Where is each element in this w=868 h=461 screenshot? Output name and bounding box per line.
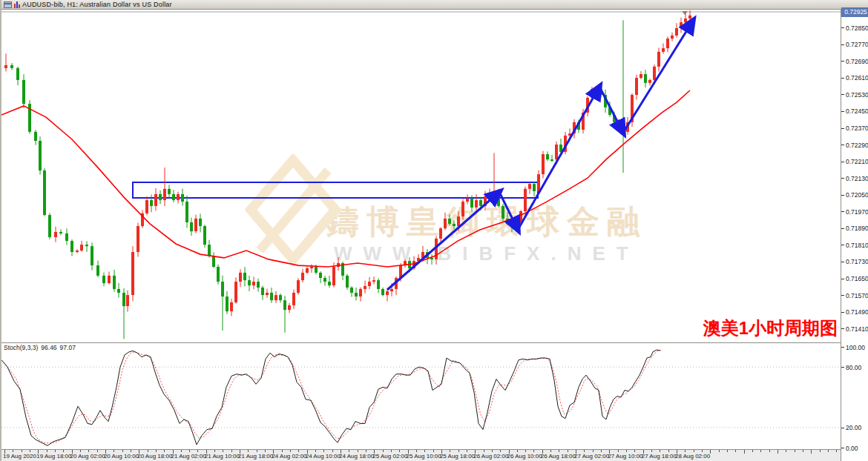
time-tick xyxy=(122,450,123,452)
time-axis-label: 27 Aug 18:00 xyxy=(642,453,677,460)
candle-body xyxy=(257,282,260,288)
time-tick xyxy=(290,450,291,452)
time-axis-label: 25 Aug 18:00 xyxy=(440,453,475,460)
price-tick xyxy=(841,279,844,279)
candle-body xyxy=(653,67,656,80)
price-axis-label: 0.72210 xyxy=(846,158,868,165)
candle-body xyxy=(48,215,51,237)
candle-body xyxy=(657,52,660,67)
stoch-tick xyxy=(841,367,844,368)
price-tick xyxy=(841,78,844,79)
candle-body xyxy=(546,154,549,159)
chart-window-titlebar[interactable]: AUDUSD-bib, H1: Australian Dollar vs US … xyxy=(1,0,868,10)
candle-body xyxy=(448,219,451,224)
time-tick xyxy=(450,450,450,452)
candle-body xyxy=(675,28,678,36)
time-tick xyxy=(492,450,493,452)
time-tick xyxy=(181,450,182,452)
time-tick xyxy=(63,450,64,452)
time-tick xyxy=(568,450,568,452)
candle-body xyxy=(96,265,99,276)
time-tick xyxy=(836,450,837,452)
time-axis-label: 20 Aug 10:00 xyxy=(104,453,139,460)
candle-body xyxy=(332,267,335,285)
time-tick xyxy=(323,450,324,452)
candle-body xyxy=(117,289,120,293)
time-tick xyxy=(22,450,22,452)
time-tick xyxy=(223,450,223,452)
time-tick xyxy=(214,450,215,452)
time-tick xyxy=(47,450,47,452)
time-axis-label: 27 Aug 10:00 xyxy=(608,453,642,460)
candle-body xyxy=(684,19,687,22)
candle-body xyxy=(85,245,88,246)
candle-body xyxy=(457,216,460,226)
moving-average-line xyxy=(1,90,690,267)
price-tick xyxy=(841,195,844,196)
time-axis-label: 21 Aug 02:00 xyxy=(171,453,206,460)
price-axis-label: 0.72370 xyxy=(846,125,868,132)
stochastic-canvas[interactable] xyxy=(1,342,841,449)
chart-note-label: 澳美1小时周期图 xyxy=(703,316,838,340)
price-axis-label: 0.72610 xyxy=(846,74,868,82)
price-tick xyxy=(841,111,844,112)
candle-body xyxy=(537,174,540,191)
stoch-axis-label: 100.00 xyxy=(846,344,865,351)
time-tick xyxy=(467,450,467,452)
price-axis-label: 0.72050 xyxy=(846,191,868,199)
time-tick xyxy=(668,450,669,452)
time-axis-label: 26 Aug 18:00 xyxy=(541,453,576,460)
price-chart-canvas[interactable] xyxy=(1,10,841,342)
candle-body xyxy=(319,273,322,278)
time-tick xyxy=(366,450,366,452)
candle-body xyxy=(550,159,553,161)
time-tick xyxy=(685,450,685,452)
panel-divider[interactable] xyxy=(1,342,868,343)
price-axis-label: 0.71890 xyxy=(846,225,868,232)
price-axis[interactable]: 0.72925 0.728500.727700.726900.726100.72… xyxy=(841,10,868,461)
price-tick xyxy=(841,328,844,329)
price-tick xyxy=(841,27,844,28)
time-tick xyxy=(626,450,627,452)
time-tick xyxy=(248,450,249,452)
candle-body xyxy=(323,278,326,282)
time-tick xyxy=(593,450,594,452)
candle-body xyxy=(43,170,46,215)
time-tick xyxy=(727,450,728,452)
candle-body xyxy=(301,273,304,280)
time-tick xyxy=(148,450,148,452)
candle-body xyxy=(533,184,536,191)
candle-body xyxy=(208,245,211,256)
stoch-tick xyxy=(841,428,844,428)
time-axis-label: 21 Aug 10:00 xyxy=(205,453,240,460)
resistance-rectangle xyxy=(133,182,538,198)
time-axis[interactable]: 19 Aug 202019 Aug 18:0020 Aug 02:0020 Au… xyxy=(1,449,868,461)
trend-arrow xyxy=(387,192,499,290)
time-tick xyxy=(197,450,198,452)
stochastic-panel[interactable]: Stoch(9,3,3)96.4697.07 xyxy=(1,342,841,449)
candle-body xyxy=(297,280,300,293)
candle-body xyxy=(70,241,73,252)
price-tick xyxy=(841,262,844,262)
candle-body xyxy=(91,246,93,265)
candle-body xyxy=(150,200,153,206)
time-tick xyxy=(744,450,745,454)
candle-body xyxy=(181,194,184,202)
candle-body xyxy=(381,289,384,295)
mt4-chart-window: AUDUSD-bib, H1: Australian Dollar vs US … xyxy=(0,0,868,461)
candle-body xyxy=(212,256,215,267)
candlestick-chart-icon xyxy=(14,1,20,8)
main-chart-panel[interactable]: 鑄博皇御環球金融 WWW.BIBFX.NET 澳美1小时周期图 xyxy=(1,10,841,342)
stoch-name: Stoch(9,3,3) xyxy=(4,344,38,351)
time-tick xyxy=(710,450,711,454)
time-axis-label: 25 Aug 02:00 xyxy=(372,453,407,460)
time-tick xyxy=(828,450,829,452)
candle-body xyxy=(137,226,139,252)
time-tick xyxy=(702,450,703,452)
chart-title: AUDUSD-bib, H1: Australian Dollar vs US … xyxy=(22,1,172,8)
price-axis-label: 0.71650 xyxy=(846,275,868,282)
time-axis-label: 27 Aug 02:00 xyxy=(574,453,609,460)
candle-body xyxy=(54,232,57,237)
time-tick xyxy=(131,450,131,452)
time-tick xyxy=(584,450,585,452)
